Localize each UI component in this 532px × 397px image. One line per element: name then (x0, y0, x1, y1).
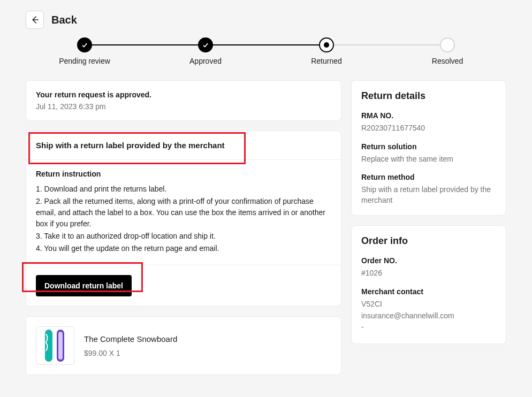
instruction-item: 3. Take it to an authorized drop-off loc… (36, 231, 331, 242)
snowboard-illustration-icon (41, 329, 70, 363)
return-details-title: Return details (361, 90, 496, 102)
check-icon (202, 41, 209, 49)
status-title: Your return request is approved. (36, 90, 331, 99)
return-details-card: Return details RMA NO. R20230711677540 R… (351, 80, 506, 216)
stepper-node (77, 37, 92, 52)
stepper-dot (198, 37, 213, 52)
stepper-node (440, 37, 455, 52)
method-value: Ship with a return label provided by the… (361, 185, 496, 205)
progress-stepper: Pending reviewApprovedReturnedResolved (26, 37, 506, 67)
stepper-node (198, 37, 213, 52)
stepper-segment (326, 44, 447, 45)
item-card: The Complete Snowboard $99.00 X 1 (26, 316, 341, 375)
stepper-label: Pending review (52, 57, 117, 65)
merchant-contact-line: - (361, 322, 496, 333)
order-info-card: Order info Order NO. #1026 Merchant cont… (351, 225, 506, 343)
rma-label: RMA NO. (361, 111, 496, 120)
solution-value: Replace with the same item (361, 154, 496, 165)
stepper-dot (77, 37, 92, 52)
arrow-left-icon (30, 15, 40, 25)
merchant-contact-label: Merchant contact (361, 287, 496, 296)
stepper-label: Returned (294, 57, 359, 65)
instruction-item: 2. Pack all the returned items, along wi… (36, 196, 331, 230)
method-label: Return method (361, 173, 496, 181)
status-card: Your return request is approved. Jul 11,… (26, 80, 341, 121)
stepper-label: Resolved (415, 57, 480, 65)
rma-value: R20230711677540 (361, 123, 496, 134)
stepper-dot (319, 37, 334, 52)
item-thumbnail (36, 326, 74, 365)
solution-label: Return solution (361, 142, 496, 151)
stepper-node (319, 37, 334, 52)
order-no-value: #1026 (361, 268, 496, 279)
stepper-dot (440, 37, 455, 52)
merchant-contact-line: insurance@channelwill.com (361, 311, 496, 322)
check-icon (81, 41, 88, 49)
instruction-list: 1. Download and print the returns label.… (36, 184, 331, 254)
merchant-contact-value: V52CIinsurance@channelwill.com- (361, 299, 496, 333)
page-title: Back (51, 14, 77, 26)
order-no-label: Order NO. (361, 256, 496, 265)
item-name: The Complete Snowboard (84, 334, 177, 343)
order-info-title: Order info (361, 235, 496, 247)
download-return-label-button[interactable]: Download return label (36, 275, 132, 296)
shipping-card: Ship with a return label provided by the… (26, 131, 341, 307)
back-button[interactable] (26, 11, 44, 29)
svg-rect-3 (58, 332, 63, 360)
merchant-contact-line: V52CI (361, 299, 496, 310)
shipping-header: Ship with a return label provided by the… (36, 141, 225, 150)
stepper-segment (206, 44, 326, 45)
instruction-item: 4. You will get the update on the return… (36, 243, 331, 254)
status-timestamp: Jul 11, 2023 6:33 pm (36, 102, 331, 111)
stepper-segment (85, 44, 206, 45)
instruction-item: 1. Download and print the returns label. (36, 184, 331, 195)
item-price-line: $99.00 X 1 (84, 349, 177, 357)
stepper-label: Approved (173, 57, 238, 65)
instruction-title: Return instruction (36, 170, 331, 178)
